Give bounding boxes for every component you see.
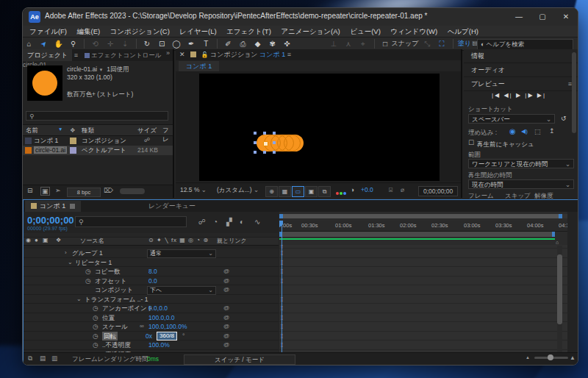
menu-file[interactable]: ファイル(F) (29, 26, 67, 37)
shape-tool-icon[interactable]: ◯ (171, 38, 183, 50)
export-icon[interactable]: ↥ (549, 127, 555, 135)
tab-render-queue[interactable]: レンダーキュー (148, 201, 196, 212)
comp-timecode[interactable]: 0;00;00;00 (418, 186, 458, 196)
project-search-input[interactable]: ⚲ (26, 111, 168, 121)
stopwatch-icon[interactable]: ◷ (93, 322, 98, 331)
tab-comp-1[interactable]: コンポ 1 (179, 61, 219, 71)
maximize-button[interactable]: ▢ (531, 8, 554, 26)
include-audio-icon[interactable]: ◀) (521, 128, 528, 135)
more-tabs-icon[interactable]: » (166, 49, 170, 57)
pan-camera-icon[interactable]: ✛ (104, 38, 116, 50)
selection-handle[interactable] (254, 141, 257, 144)
stopwatch-icon[interactable]: ◷ (93, 332, 98, 340)
pan-behind-tool-icon[interactable]: ⊡ (156, 38, 168, 50)
exposure-value[interactable]: +0.0 (361, 186, 373, 193)
row-position[interactable]: ◷ 位置 100.0,0.0 @ (24, 313, 279, 323)
property-value[interactable]: 8.0 (148, 267, 157, 276)
channel-icon[interactable] (336, 189, 347, 196)
switches-column-icons[interactable]: ⊙ ✦ ╲ fx ▦ ◎ ◔ ⊛ (148, 237, 209, 243)
panel-close-icon[interactable]: ✕ (179, 51, 185, 58)
audio-panel-header[interactable]: オーディオ (464, 63, 578, 77)
property-value[interactable]: 100.0,100.0% (148, 322, 187, 331)
last-frame-button[interactable]: ▶| (537, 92, 546, 99)
selection-handle[interactable] (273, 132, 276, 135)
expand-in-out-icon[interactable]: ▤ (40, 354, 46, 362)
selection-handle[interactable] (273, 141, 276, 144)
rotation-prefix[interactable]: 0x (146, 332, 152, 340)
hand-tool-icon[interactable]: ✋ (52, 38, 65, 50)
tab-project[interactable]: プロジェクト (23, 49, 72, 61)
play-button[interactable]: ▶ (516, 92, 522, 99)
orbit-camera-icon[interactable]: ⟲ (89, 38, 101, 50)
tab-effect-controls[interactable]: エフェクトコントロール (91, 51, 162, 59)
selection-handle[interactable] (254, 151, 257, 154)
horizontal-scrollbar[interactable] (120, 188, 145, 194)
panel-menu-icon[interactable]: ≡ (74, 51, 78, 59)
pen-tool-icon[interactable]: ✒ (185, 38, 198, 50)
prev-frame-button[interactable]: ◀| (503, 92, 512, 99)
close-button[interactable]: ✕ (554, 8, 578, 26)
local-axis-icon[interactable]: ⊥ (327, 38, 340, 50)
row-transform[interactable]: ⌄ トランスフォーム ..- 1 (24, 295, 279, 304)
first-frame-button[interactable]: |◀ (492, 92, 501, 99)
solo-column-icon[interactable]: ● (35, 237, 38, 243)
lock-icon[interactable]: 🔓 (201, 51, 209, 58)
row-copies[interactable]: ◷ コピー数 8.0 @ (24, 267, 279, 277)
comp-marker-icon[interactable]: ⌂ (556, 240, 559, 245)
project-row-comp[interactable]: コンポ 1 コンポジション ☍ (23, 136, 173, 146)
vertical-scrollbar[interactable] (572, 52, 576, 133)
composite-dropdown[interactable]: 下へ⌄ (147, 286, 216, 295)
expand-render-icon[interactable]: ▥ (51, 354, 57, 362)
composition-canvas[interactable] (199, 74, 440, 181)
comp-mini-flowchart-icon[interactable]: ☍ (198, 218, 206, 226)
footage-dropdown-icon[interactable]: ▼ (98, 68, 103, 72)
brush-tool-icon[interactable]: ✐ (222, 38, 234, 50)
bit-depth-button[interactable]: 8 bpc (67, 188, 101, 197)
rotation-edit-input[interactable]: 360/8 (157, 332, 177, 340)
expand-icon[interactable]: ⛶ (436, 38, 448, 50)
stamp-tool-icon[interactable]: ⎙ (237, 38, 249, 50)
source-name-column[interactable]: ソース名 (80, 237, 104, 245)
proxy-icon[interactable]: ➣ (55, 187, 61, 194)
guides-icon[interactable]: ▣ (305, 186, 318, 197)
snap-checkbox[interactable]: □ (379, 38, 392, 50)
sort-icon[interactable]: ▼ (58, 126, 62, 132)
stopwatch-icon[interactable]: ◷ (93, 340, 98, 349)
dolly-camera-icon[interactable]: ⇣ (118, 38, 131, 50)
twirl-icon[interactable]: › (65, 249, 67, 257)
graph-editor-icon[interactable]: ∿ (254, 218, 260, 226)
property-value[interactable]: 100.0,0.0 (148, 313, 174, 322)
menu-animation[interactable]: アニメーション(A) (281, 26, 340, 37)
include-overlays-icon[interactable]: ⬚ (534, 128, 541, 135)
row-group-1[interactable]: › グループ 1 通常⌄ (24, 249, 279, 258)
eraser-tool-icon[interactable]: ◆ (251, 38, 264, 50)
selection-handle[interactable] (263, 132, 266, 135)
preview-panel-header[interactable]: プレビュー≡ (464, 77, 578, 91)
next-frame-button[interactable]: |▶ (525, 92, 534, 99)
col-size[interactable]: サイズ (137, 126, 157, 135)
parent-link-column[interactable]: 親とリンク (217, 237, 247, 245)
snapshot-icon[interactable]: ⌻ (389, 186, 392, 194)
blend-mode-dropdown[interactable]: 通常⌄ (147, 249, 216, 258)
row-composite[interactable]: コンポジット 下へ⌄ @ (24, 285, 279, 295)
zoom-tool-icon[interactable]: ⚲ (67, 38, 79, 50)
panel-menu-icon[interactable]: ≡ (287, 51, 291, 58)
interpret-footage-icon[interactable]: ▣ (40, 187, 50, 196)
pick-whip-icon[interactable]: @ (223, 277, 229, 285)
titlebar[interactable]: Ae Adobe After Effects 2023 - C:\Storage… (23, 8, 578, 26)
trash-icon[interactable]: ⌦ (104, 187, 113, 194)
pick-whip-icon[interactable]: @ (223, 267, 229, 276)
twirl-icon[interactable]: ⌄ (76, 295, 82, 304)
label-color-swatch[interactable] (70, 147, 76, 154)
timeline-graph-area[interactable]: :00s 00:30s 01:00s 01:30s 02:00s 02:30s … (279, 212, 567, 360)
roto-brush-tool-icon[interactable]: ✾ (266, 38, 279, 50)
playhead[interactable] (282, 221, 282, 360)
reset-icon[interactable]: ↺ (561, 115, 567, 122)
timeline-search-input[interactable]: ⚲ (75, 216, 187, 227)
row-start-opacity[interactable]: ◷ ..不透明度 100.0% @ (24, 340, 279, 350)
lock-column-icon[interactable]: ▣ (43, 237, 49, 243)
exposure-icon[interactable]: ◑ (351, 186, 354, 193)
property-value[interactable]: 0.0,0.0 (148, 304, 168, 313)
help-search-input[interactable]: ◐ ヘルプを検索 (477, 39, 573, 50)
pick-whip-icon[interactable]: @ (223, 285, 229, 294)
